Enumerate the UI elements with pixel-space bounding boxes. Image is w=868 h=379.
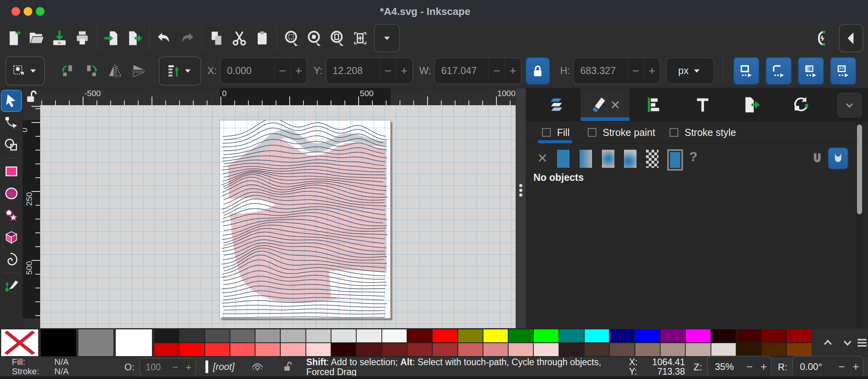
height-minus-button[interactable]: −: [627, 58, 644, 84]
opacity-spinner[interactable]: 100 − +: [139, 358, 196, 377]
fill-stroke-indicator[interactable]: Fill: N/A Stroke: N/A: [12, 357, 69, 376]
y-value[interactable]: 12.208: [326, 65, 380, 76]
paint-mesh-gradient-button[interactable]: [624, 149, 637, 168]
palette-swatch[interactable]: [660, 329, 685, 343]
paint-flat-button[interactable]: [557, 149, 570, 168]
zoom-center-page-button[interactable]: [349, 25, 372, 51]
redo-button[interactable]: [176, 25, 198, 51]
paint-none-button[interactable]: [537, 152, 548, 164]
paste-button[interactable]: [251, 25, 274, 51]
fs-tab-stroke-style[interactable]: Stroke style: [668, 121, 736, 143]
palette-swatch[interactable]: [711, 343, 736, 357]
document-save-button[interactable]: [48, 25, 71, 51]
palette-swatch[interactable]: [685, 343, 711, 357]
current-layer-name[interactable]: [root]: [213, 361, 235, 372]
rotation-plus-button[interactable]: +: [849, 360, 863, 373]
toolbar-overflow-dropdown[interactable]: [374, 24, 400, 52]
palette-swatch[interactable]: [432, 343, 457, 357]
flip-horizontal-button[interactable]: [107, 63, 123, 79]
paint-radial-gradient-button[interactable]: [601, 149, 615, 168]
palette-swatch[interactable]: [458, 343, 483, 357]
palette-swatch[interactable]: [533, 343, 559, 357]
spiral-tool[interactable]: [1, 249, 22, 271]
palette-swatch-black[interactable]: [41, 329, 76, 357]
palette-swatch[interactable]: [635, 343, 660, 357]
zoom-selection-button[interactable]: [280, 25, 303, 51]
palette-swatch[interactable]: [635, 329, 660, 343]
paint-linear-gradient-button[interactable]: [579, 149, 592, 168]
panel-collapse-chevron[interactable]: [837, 93, 862, 117]
palette-swatch[interactable]: [280, 329, 305, 343]
dialog-tab-export[interactable]: [727, 88, 776, 121]
palette-swatch[interactable]: [331, 343, 356, 357]
palette-swatch[interactable]: [306, 329, 331, 343]
palette-swatch-gray[interactable]: [78, 329, 114, 357]
palette-swatch[interactable]: [787, 343, 812, 357]
palette-menu-button[interactable]: [855, 329, 868, 357]
paint-pattern-button[interactable]: [646, 149, 659, 168]
rectangle-tool[interactable]: [1, 160, 22, 182]
palette-swatch[interactable]: [382, 329, 407, 343]
palette-swatch[interactable]: [483, 343, 508, 357]
pen-tool[interactable]: [1, 275, 22, 297]
palette-swatch[interactable]: [179, 329, 204, 343]
palette-swatch[interactable]: [660, 343, 685, 357]
palette-swatch[interactable]: [533, 329, 559, 343]
palette-swatch[interactable]: [761, 329, 787, 343]
palette-swatch[interactable]: [609, 343, 635, 357]
height-value[interactable]: 683.327: [574, 65, 627, 76]
export-document-button[interactable]: [123, 25, 146, 51]
fill-rule-even-odd-button[interactable]: [811, 150, 824, 166]
palette-swatch[interactable]: [230, 343, 255, 357]
width-value[interactable]: 617.047: [435, 65, 489, 76]
palette-swatch[interactable]: [407, 329, 432, 343]
opacity-value[interactable]: 100: [140, 362, 168, 373]
folder-open-button[interactable]: [25, 25, 48, 51]
rotate-cw-button[interactable]: [83, 63, 99, 79]
palette-swatch[interactable]: [255, 343, 280, 357]
panel-splitter[interactable]: [516, 88, 526, 328]
zoom-minus-button[interactable]: −: [742, 360, 757, 373]
unit-dropdown[interactable]: px: [666, 58, 714, 84]
palette-swatch[interactable]: [356, 329, 381, 343]
x-minus-button[interactable]: −: [274, 58, 291, 84]
x-plus-button[interactable]: +: [291, 58, 307, 84]
x-value[interactable]: 0.000: [221, 65, 274, 76]
palette-swatch[interactable]: [382, 343, 407, 357]
palette-swatch[interactable]: [331, 329, 356, 343]
layer-visibility-eye-icon[interactable]: [251, 361, 264, 373]
dialog-tab-layers[interactable]: [532, 88, 581, 121]
box-3d-tool[interactable]: [1, 227, 22, 249]
layer-lock-open-icon[interactable]: [282, 360, 294, 373]
palette-swatch[interactable]: [711, 329, 736, 343]
shape-builder-tool[interactable]: [1, 134, 22, 156]
import-document-button[interactable]: [100, 25, 123, 51]
lock-ratio-button[interactable]: [526, 57, 550, 85]
zoom-drawing-button[interactable]: [303, 25, 326, 51]
scrollbar-thumb[interactable]: [857, 124, 862, 214]
close-dialog-icon[interactable]: [609, 99, 621, 111]
select-mode-dropdown[interactable]: [6, 56, 45, 85]
palette-swatch-white[interactable]: [115, 329, 152, 357]
scale-pattern-toggle[interactable]: [830, 57, 856, 85]
palette-swatch[interactable]: [508, 343, 533, 357]
ellipse-tool[interactable]: [1, 182, 22, 204]
rotation-spinner[interactable]: 0.00° − +: [792, 356, 864, 378]
star-tool[interactable]: [1, 204, 22, 227]
fs-tab-fill[interactable]: Fill: [540, 121, 570, 143]
canvas[interactable]: [40, 105, 516, 328]
raise-lower-dropdown[interactable]: [159, 56, 201, 85]
zoom-page-button[interactable]: [326, 25, 349, 51]
palette-swatch[interactable]: [508, 329, 533, 343]
height-plus-button[interactable]: +: [644, 58, 660, 84]
palette-swatch[interactable]: [483, 329, 508, 343]
document-new-button[interactable]: [2, 25, 25, 51]
zoom-plus-button[interactable]: +: [757, 360, 771, 373]
palette-swatch[interactable]: [736, 329, 761, 343]
palette-swatch[interactable]: [179, 343, 204, 357]
palette-swatch[interactable]: [432, 329, 457, 343]
palette-swatch[interactable]: [685, 329, 711, 343]
flip-vertical-button[interactable]: [131, 63, 146, 79]
rotation-value[interactable]: 0.00°: [793, 361, 835, 372]
copy-button[interactable]: [205, 25, 228, 51]
